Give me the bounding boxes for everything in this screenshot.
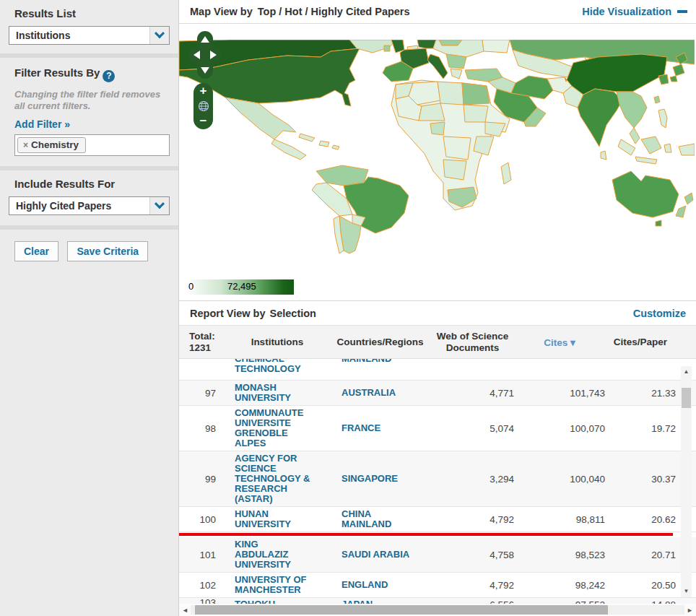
- map-region-china[interactable]: [565, 54, 667, 95]
- map-region-libya[interactable]: [438, 82, 464, 105]
- chevron-down-icon[interactable]: [149, 27, 169, 44]
- scroll-up-icon[interactable]: ▲: [681, 366, 692, 378]
- map-region-italy[interactable]: [427, 54, 448, 79]
- report-title-prefix: Report View by: [190, 308, 265, 319]
- customize-link[interactable]: Customize: [633, 308, 686, 319]
- results-list-selected-value: Institutions: [16, 30, 70, 41]
- map-region-india[interactable]: [578, 89, 622, 147]
- pan-up-icon[interactable]: [201, 36, 209, 43]
- results-list-select[interactable]: Institutions: [9, 26, 170, 45]
- scroll-down-icon[interactable]: ▼: [681, 586, 692, 597]
- vertical-scrollbar[interactable]: ▲ ▼: [681, 366, 692, 597]
- institution-link[interactable]: KINGABDULAZIZUNIVERSITY: [225, 539, 334, 570]
- map-region-sudan[interactable]: [464, 105, 488, 122]
- map-region-taiwan[interactable]: [654, 96, 660, 103]
- column-header-cites-per-paper[interactable]: Cites/Paper: [605, 337, 676, 347]
- table-row: CHEMICALTECHNOLOGYMAINLAND: [179, 359, 696, 381]
- institution-link[interactable]: HUNANUNIVERSITY: [225, 509, 334, 529]
- map-region-tasmania[interactable]: [656, 220, 661, 226]
- zoom-out-icon[interactable]: −: [200, 116, 207, 127]
- map-region-colombia-venezuela[interactable]: [316, 165, 368, 186]
- add-filter-link[interactable]: Add Filter »: [14, 118, 70, 130]
- map-region-ethiopia[interactable]: [485, 122, 505, 136]
- map-region-sahel-east[interactable]: [419, 103, 445, 121]
- column-header-institutions[interactable]: Institutions: [225, 337, 334, 347]
- filter-tag-label: Chemistry: [31, 139, 79, 150]
- map-region-madagascar[interactable]: [501, 162, 511, 184]
- sidebar: Results List Institutions Filter Results…: [0, 0, 178, 616]
- map-title-selection: Top / Hot / Highly Cited Papers: [258, 6, 410, 17]
- cites-per-paper-cell: 20.71: [605, 550, 676, 560]
- map-region-new-guinea[interactable]: [679, 144, 695, 155]
- chevron-down-icon[interactable]: [149, 197, 169, 214]
- map-zoom-control[interactable]: + −: [193, 83, 213, 129]
- map-region-mexico[interactable]: [225, 97, 296, 139]
- horizontal-scrollbar[interactable]: ◄ ►: [179, 604, 696, 616]
- report-header: Report View bySelection Customize: [179, 301, 696, 326]
- globe-icon[interactable]: [198, 100, 209, 112]
- map-pan-control[interactable]: [189, 31, 221, 79]
- vertical-scroll-thumb[interactable]: [682, 388, 691, 408]
- map-region-caribbean[interactable]: [332, 145, 339, 149]
- column-header-cites-sort[interactable]: Cites ▾: [514, 337, 605, 348]
- map-region-eastern-europe[interactable]: [482, 40, 510, 53]
- map-region-borneo[interactable]: [641, 136, 661, 154]
- map-region-congo[interactable]: [443, 136, 471, 160]
- map-region-malay-peninsula[interactable]: [630, 128, 640, 144]
- map-region-philippines[interactable]: [658, 109, 667, 128]
- map-region-greece[interactable]: [451, 69, 462, 79]
- documents-cell: 5,074: [431, 423, 514, 434]
- pan-right-icon[interactable]: [210, 51, 217, 59]
- map-region-angola[interactable]: [443, 160, 466, 180]
- hide-visualization-link[interactable]: Hide Visualization: [582, 6, 687, 17]
- map-region-egypt[interactable]: [462, 83, 490, 105]
- map-region-nigeria[interactable]: [430, 122, 445, 135]
- map-region-balkans[interactable]: [446, 54, 466, 69]
- map-region-cuba[interactable]: [299, 134, 315, 142]
- include-results-select[interactable]: Highly Cited Papers: [9, 196, 170, 215]
- map-region-ireland[interactable]: [384, 45, 390, 51]
- rank-cell: 97: [179, 388, 225, 399]
- pan-down-icon[interactable]: [201, 67, 209, 74]
- map-region-java[interactable]: [635, 157, 657, 164]
- cites-cell: 100,070: [514, 423, 605, 434]
- map-region-central-america[interactable]: [271, 139, 306, 160]
- column-header-countries[interactable]: Countries/Regions: [334, 337, 431, 347]
- horizontal-scroll-thumb[interactable]: [195, 605, 608, 615]
- institution-link[interactable]: AGENCY FORSCIENCETECHNOLOGY &RESEARCH(AS…: [225, 454, 334, 504]
- pan-left-icon[interactable]: [193, 51, 200, 59]
- map-region-hispaniola[interactable]: [319, 141, 329, 147]
- country-cell: ENGLAND: [334, 580, 431, 590]
- country-cell: CHINAMAINLAND: [334, 509, 431, 529]
- map-region-south-korea[interactable]: [658, 74, 669, 84]
- institution-link[interactable]: COMMUNAUTEUNIVERSITEGRENOBLEALPES: [225, 408, 334, 448]
- scroll-left-icon[interactable]: ◄: [180, 607, 190, 614]
- report-title-suffix: Selection: [269, 308, 316, 319]
- world-choropleth-map[interactable]: [179, 40, 695, 258]
- map-region-sumatra[interactable]: [618, 139, 635, 155]
- horizontal-scroll-track[interactable]: [191, 605, 684, 615]
- clear-button[interactable]: Clear: [14, 241, 58, 261]
- cites-cell: 98,242: [514, 580, 605, 591]
- institution-link[interactable]: CHEMICALTECHNOLOGY: [225, 359, 334, 374]
- report-title: Report View bySelection: [190, 308, 316, 319]
- map-visualization[interactable]: + − 0 72,495: [179, 24, 696, 301]
- institution-link[interactable]: MONASHUNIVERSITY: [225, 383, 334, 403]
- column-header-documents[interactable]: Web of Science Documents: [431, 331, 514, 354]
- remove-filter-icon[interactable]: ×: [23, 140, 28, 150]
- save-criteria-button[interactable]: Save Criteria: [67, 241, 148, 261]
- map-title-prefix: Map View by: [190, 6, 253, 17]
- filter-tag-chemistry[interactable]: ×Chemistry: [17, 137, 86, 153]
- rank-cell: 103: [179, 598, 225, 604]
- zoom-in-icon[interactable]: +: [200, 85, 207, 97]
- map-region-new-zealand[interactable]: [676, 193, 693, 217]
- total-value: 1231: [189, 342, 216, 354]
- institution-link[interactable]: UNIVERSITY OFMANCHESTER: [225, 575, 334, 595]
- scroll-right-icon[interactable]: ►: [685, 607, 695, 614]
- map-region-sri-lanka[interactable]: [601, 151, 606, 160]
- map-region-sulawesi[interactable]: [664, 144, 671, 152]
- help-icon[interactable]: ?: [103, 70, 115, 82]
- cites-cell: 98,811: [514, 514, 605, 525]
- map-region-australia[interactable]: [612, 171, 679, 217]
- map-region-southeast-asia[interactable]: [617, 92, 647, 128]
